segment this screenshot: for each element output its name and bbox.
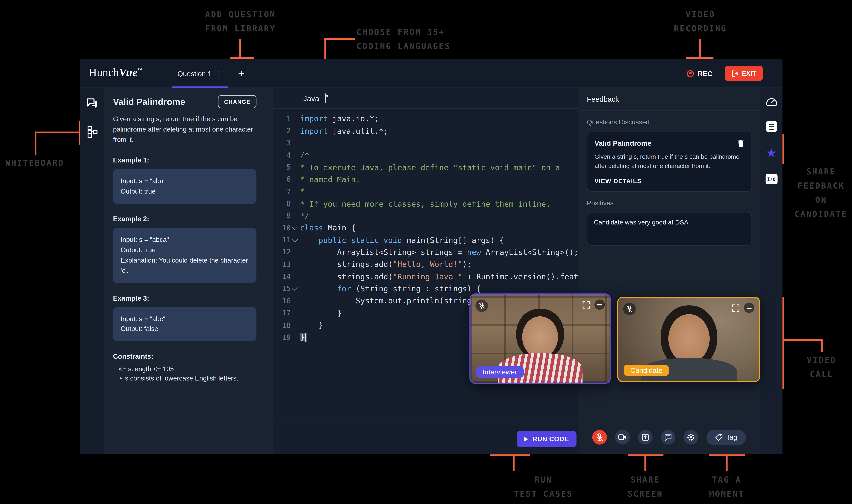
code-line[interactable]: 6* named Main.: [273, 173, 579, 185]
code-line[interactable]: 2import java.util.*;: [273, 125, 579, 137]
code-line[interactable]: 5* To execute Java, please define "stati…: [273, 161, 579, 173]
app-window: HunchVue™ Question 1 ⋮ + REC EXIT: [80, 59, 782, 454]
run-code-button[interactable]: RUN CODE: [517, 431, 577, 447]
mic-muted-icon[interactable]: [475, 299, 488, 312]
right-toolbar: ★ I/O: [760, 88, 782, 454]
interviewer-badge: Interviewer: [476, 366, 524, 378]
connector-tag-stub: [726, 454, 727, 471]
example-2-box: Input: s = "abca" Output: true Explanati…: [113, 228, 256, 283]
example-3-label: Example 3:: [113, 294, 256, 302]
code-line[interactable]: 11 public static void main(String[] args…: [273, 234, 579, 246]
example-line: Input: s = "abc": [121, 314, 249, 324]
annotation-run-test-cases: RUNTEST CASES: [505, 473, 581, 501]
connector-run-tests-bar: [490, 454, 530, 456]
connector-recording-bar: [686, 57, 713, 59]
play-icon: [524, 437, 528, 441]
code-line[interactable]: 8* If you need more classes, simply defi…: [273, 197, 579, 210]
connector-video-call-stub: [821, 339, 822, 352]
left-toolbar: [80, 88, 104, 454]
annotation-add-question: ADD QUESTIONFROM LIBRARY: [196, 8, 285, 36]
candidate-video[interactable]: Candidate: [617, 297, 760, 382]
change-question-button[interactable]: CHANGE: [218, 95, 256, 108]
connector-add-question-bar: [230, 57, 254, 59]
fullscreen-icon[interactable]: [582, 301, 590, 308]
camera-button[interactable]: [615, 430, 630, 445]
add-question-tab-button[interactable]: +: [233, 59, 250, 88]
tab-label: Question 1: [178, 69, 212, 77]
minimize-icon[interactable]: [595, 299, 605, 310]
settings-icon[interactable]: [684, 430, 698, 445]
minimize-icon[interactable]: [744, 303, 754, 313]
question-title: Valid Palindrome: [113, 96, 185, 107]
rec-label: REC: [697, 69, 712, 77]
tab-menu-icon[interactable]: ⋮: [215, 69, 222, 77]
brand-logo: HunchVue™: [89, 66, 142, 79]
example-line: Explanation: You could delete the charac…: [121, 255, 249, 276]
tab-question-1[interactable]: Question 1 ⋮: [172, 59, 228, 88]
example-1-label: Example 1:: [113, 157, 256, 164]
code-line[interactable]: 1import java.io.*;: [273, 112, 579, 125]
annotation-whiteboard: WHITEBOARD: [0, 156, 70, 170]
mic-muted-icon[interactable]: [623, 303, 636, 315]
feedback-star-icon[interactable]: ★: [766, 147, 777, 159]
code-line[interactable]: 4/*: [273, 149, 579, 161]
code-line[interactable]: 14 strings.add("Running Java " + Runtime…: [273, 270, 579, 283]
interviewer-video[interactable]: Interviewer: [469, 293, 611, 384]
question-description: Given a string s, return true if the s c…: [113, 114, 256, 145]
connector-choose-vertical: [324, 38, 326, 59]
exit-button[interactable]: EXIT: [725, 66, 763, 81]
code-line[interactable]: 9*/: [273, 210, 579, 222]
tag-icon: [715, 433, 723, 441]
annotation-choose-languages: CHOOSE FROM 35+CODING LANGUAGES: [357, 25, 482, 53]
code-line[interactable]: 12 ArrayList<String> strings = new Array…: [273, 246, 579, 258]
language-select[interactable]: Java: [303, 94, 319, 103]
connector-whiteboard-vertical: [35, 131, 36, 156]
delete-icon[interactable]: [737, 139, 744, 147]
connector-video-call-branch: [782, 339, 822, 340]
example-1-box: Input: s = "aba" Output: true: [113, 169, 256, 204]
call-controls: Tag: [579, 420, 760, 454]
connector-share-feedback-line: [782, 134, 784, 164]
code-line[interactable]: 3: [273, 137, 579, 149]
logout-icon: [731, 70, 739, 77]
questions-discussed-label: Questions Discussed: [587, 119, 752, 126]
exit-label: EXIT: [742, 70, 756, 77]
example-line: Input: s = "abca": [121, 235, 249, 245]
annotation-tag-moment: TAG AMOMENT: [690, 473, 764, 501]
positives-input[interactable]: Candidate was very good at DSA: [587, 212, 752, 246]
whiteboard-icon[interactable]: [87, 125, 97, 138]
fullscreen-icon[interactable]: [732, 304, 740, 312]
connector-whiteboard-horizontal: [35, 131, 80, 133]
view-details-link[interactable]: VIEW DETAILS: [595, 178, 744, 184]
card-title: Valid Palindrome: [595, 139, 652, 147]
card-description: Given a string s, return true if the s c…: [595, 152, 744, 170]
code-line[interactable]: 7*: [273, 185, 579, 197]
io-icon[interactable]: I/O: [765, 174, 777, 184]
speedometer-icon[interactable]: [765, 97, 777, 107]
page: ADD QUESTIONFROM LIBRARY CHOOSE FROM 35+…: [0, 0, 852, 504]
editor-footer: RUN CODE RUN TESTS: [273, 420, 579, 454]
example-line: Output: true: [121, 186, 249, 197]
code-line[interactable]: 13 strings.add("Hello, World!");: [273, 258, 579, 270]
annotation-video-recording: VIDEORECORDING: [668, 8, 732, 36]
mute-microphone-button[interactable]: [592, 430, 607, 445]
chevron-down-icon[interactable]: ▼: [325, 93, 326, 103]
connector-video-call-edge: [782, 297, 784, 389]
top-bar: HunchVue™ Question 1 ⋮ + REC EXIT: [80, 59, 782, 88]
example-3-box: Input: s = "abc" Output: false: [113, 307, 256, 342]
example-line: Input: s = "aba": [121, 176, 249, 186]
code-line[interactable]: 10class Main {: [273, 222, 579, 234]
chat-button[interactable]: [661, 430, 675, 445]
feedback-title: Feedback: [579, 88, 760, 111]
chat-icon[interactable]: [86, 98, 98, 109]
share-screen-button[interactable]: [638, 430, 653, 445]
question-panel: Valid Palindrome CHANGE Given a string s…: [104, 88, 273, 454]
constraint-main: 1 <= s.length <= 105: [113, 365, 256, 373]
editor-header: Java ▼: [273, 88, 579, 109]
connector-run-tests-stub: [513, 454, 514, 471]
connector-recording-line: [700, 39, 701, 57]
code-line[interactable]: 15 for (String string : strings) {: [273, 283, 579, 295]
record-icon: [687, 70, 694, 77]
notes-icon[interactable]: [766, 121, 777, 132]
tag-moment-button[interactable]: Tag: [706, 430, 746, 445]
